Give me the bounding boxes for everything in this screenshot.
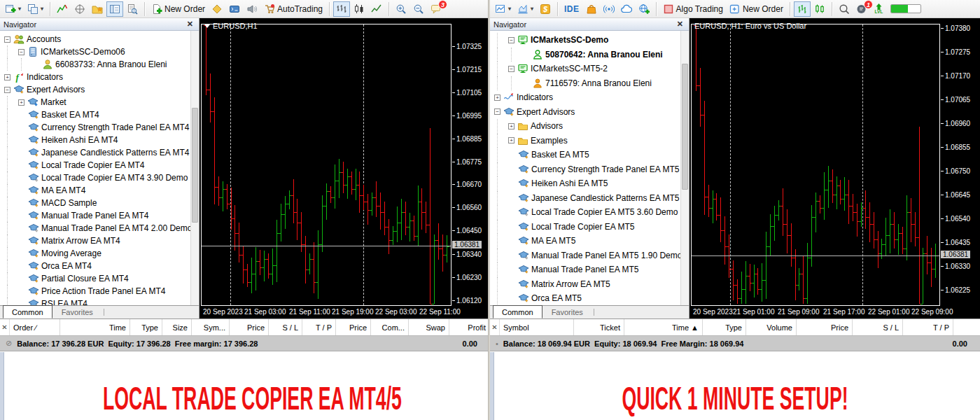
tree-item[interactable]: −Expert Advisors	[490, 105, 689, 120]
navigator-toggle-button[interactable]	[106, 1, 123, 17]
tree-item[interactable]: Currency Strength Trade Panel EA MT4	[0, 121, 199, 134]
tree-item[interactable]: Heiken Ashi EA MT4	[0, 134, 199, 146]
candlestick-chart-button[interactable]	[351, 1, 368, 17]
chart-plot[interactable]	[691, 24, 940, 306]
minus-toggle-icon[interactable]: −	[494, 108, 500, 115]
tab-common[interactable]: Common	[3, 305, 52, 318]
tree-item[interactable]: Moving Average	[0, 247, 199, 260]
tree-item[interactable]: 50870642: Anna Branou Eleni	[490, 48, 689, 62]
data-window-button[interactable]	[124, 1, 141, 17]
column-header[interactable]: Order ∕	[10, 319, 60, 335]
column-header[interactable]: Ticket	[574, 319, 624, 335]
tick-chart-button[interactable]	[54, 1, 71, 17]
tree-item[interactable]: −ICMarketsSC-Demo06	[0, 46, 199, 58]
navigator-scrollbar[interactable]	[680, 31, 689, 305]
minus-toggle-icon[interactable]: −	[18, 49, 24, 55]
tree-item[interactable]: +fIndicators	[0, 71, 199, 83]
column-header[interactable]: Price	[797, 319, 853, 335]
favorites-button[interactable]	[89, 1, 106, 17]
tree-item[interactable]: MA EA MT5	[490, 234, 689, 248]
tree-item[interactable]: Orca EA MT4	[0, 260, 199, 272]
tree-item[interactable]: −ICMarketsSC-Demo	[490, 33, 689, 48]
algo-trading-button[interactable]: Algo Trading	[660, 1, 726, 17]
minus-toggle-icon[interactable]: −	[508, 66, 514, 72]
alerts-button[interactable]	[244, 1, 260, 17]
tree-item[interactable]: MACD Sample	[0, 197, 199, 209]
tree-item[interactable]: Basket EA MT5	[490, 148, 689, 162]
tree-item[interactable]: −Accounts	[0, 33, 199, 46]
tree-item[interactable]: MA EA MT4	[0, 184, 199, 197]
signals-button[interactable]	[601, 1, 617, 17]
tree-item[interactable]: RSI EA MT4	[0, 298, 199, 305]
tree-item[interactable]: Matrix Arrow EA MT4	[0, 234, 199, 247]
tree-item[interactable]: Local Trade Copier EA MT5 3.60 Demo	[490, 205, 689, 220]
tree-item[interactable]: Heiken Ashi EA MT5	[490, 176, 689, 191]
column-header[interactable]: Sym...	[192, 319, 230, 335]
new-chart-button[interactable]: ▾	[2, 1, 24, 17]
tree-item[interactable]: Orca EA MT5	[490, 291, 689, 305]
tree-item[interactable]: Basket EA MT4	[0, 108, 199, 121]
tree-item[interactable]: Local Trade Copier EA MT5	[490, 220, 689, 234]
column-header[interactable]: T / P	[903, 319, 953, 335]
plus-toggle-icon[interactable]: +	[494, 94, 500, 101]
tab-favorites[interactable]: Favorites	[52, 306, 102, 318]
web-terminal-button[interactable]	[636, 1, 652, 17]
minus-toggle-icon[interactable]: −	[508, 37, 514, 43]
tree-item[interactable]: +Market	[0, 96, 199, 108]
column-header[interactable]: Profit	[449, 319, 490, 335]
tree-item[interactable]: Manual Trade Panel EA MT5 1.90 Demo	[490, 248, 689, 263]
column-header[interactable]: S / L	[853, 319, 903, 335]
column-header[interactable]: Price	[336, 319, 371, 335]
zoom-out-button[interactable]	[410, 1, 427, 17]
column-header[interactable]: T / P	[302, 319, 336, 335]
market-button[interactable]	[583, 1, 600, 17]
tree-item[interactable]: Manual Trade Panel EA MT4	[0, 209, 199, 222]
tab-favorites[interactable]: Favorites	[542, 306, 592, 318]
close-icon[interactable]: ✕	[0, 319, 10, 335]
tree-item[interactable]: Japanese Candlestick Patterns EA MT4	[0, 146, 199, 159]
metaeditor-button[interactable]	[209, 1, 225, 17]
new-chart-button[interactable]: ▾	[492, 1, 514, 17]
terminal-button[interactable]	[226, 1, 243, 17]
column-header[interactable]: Com...	[371, 319, 409, 335]
tree-item[interactable]: −Expert Advisors	[0, 83, 199, 96]
tree-item[interactable]: Japanese Candlestick Patterns EA MT5	[490, 191, 689, 206]
column-header[interactable]: Time	[60, 319, 130, 335]
crosshair-button[interactable]	[71, 1, 88, 17]
column-header[interactable]: Volume	[746, 319, 797, 335]
column-header[interactable]: Type	[130, 319, 162, 335]
new-order-button[interactable]: New Order	[148, 1, 208, 17]
column-header[interactable]: Size	[162, 319, 192, 335]
close-icon[interactable]: ✕	[185, 20, 195, 29]
column-header[interactable]: Price	[953, 319, 980, 335]
chart-plot[interactable]	[201, 24, 451, 306]
minus-toggle-icon[interactable]: −	[4, 87, 10, 93]
plus-toggle-icon[interactable]: +	[18, 99, 24, 106]
bar-chart-button[interactable]	[333, 1, 350, 17]
column-header[interactable]: Swap	[409, 319, 449, 335]
navigator-scrollbar[interactable]	[190, 31, 199, 305]
plus-toggle-icon[interactable]: +	[508, 123, 514, 130]
deposit-button[interactable]: $	[537, 1, 554, 17]
tree-item[interactable]: Local Trade Copier EA MT4 3.90 Demo	[0, 172, 199, 184]
plus-toggle-icon[interactable]: +	[508, 137, 514, 144]
connection-toggle[interactable]	[888, 1, 924, 17]
chat-button[interactable]: 1	[853, 1, 870, 17]
profiles-button[interactable]: ▾	[24, 1, 46, 17]
tree-item[interactable]: +Advisors	[490, 119, 689, 134]
tree-item[interactable]: Manual Trade Panel EA MT5	[490, 262, 689, 277]
new-order-button[interactable]: New Order	[727, 1, 786, 17]
column-header[interactable]: Symbol	[500, 319, 574, 335]
line-chart-button[interactable]	[368, 1, 385, 17]
vps-cloud-button[interactable]	[618, 1, 635, 17]
tab-common[interactable]: Common	[493, 305, 542, 318]
tree-item[interactable]: 7116579: Anna Branou Eleni	[490, 76, 689, 91]
close-icon[interactable]: ✕	[675, 20, 685, 29]
plus-toggle-icon[interactable]: +	[4, 74, 10, 80]
tree-item[interactable]: Partial Closure EA MT4	[0, 272, 199, 285]
tree-item[interactable]: Price Action Trade Panel EA MT4	[0, 285, 199, 298]
tree-item[interactable]: Matrix Arrow EA MT5	[490, 277, 689, 292]
tree-item[interactable]: Local Trade Copier EA MT4	[0, 159, 199, 172]
tree-item[interactable]: Currency Strength Trade Panel EA MT5	[490, 162, 689, 177]
tree-item[interactable]: +Examples	[490, 134, 689, 148]
